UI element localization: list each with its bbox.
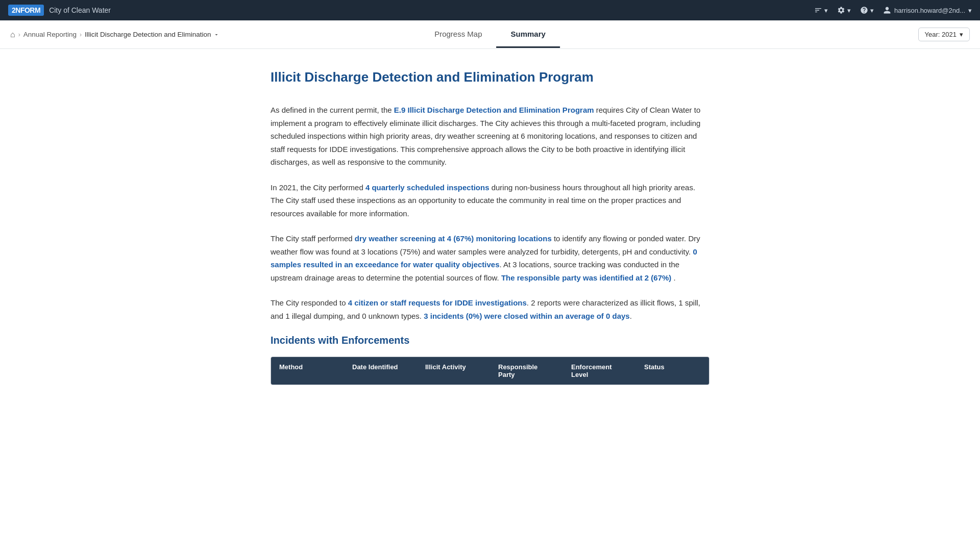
breadcrumb: ⌂ › Annual Reporting › Illicit Discharge…: [10, 30, 219, 39]
top-bar-right: ▾ ▾ ▾ harrison.howard@2nd... ▾: [814, 6, 972, 14]
dry-plain-start: The City staff performed: [271, 234, 355, 243]
tab-summary[interactable]: Summary: [497, 21, 560, 48]
citizen-plain-end: .: [630, 312, 632, 320]
year-chevron: ▾: [960, 31, 963, 38]
col-method: Method: [271, 357, 344, 385]
dry-highlight-3: The responsible party was identified at …: [501, 273, 671, 282]
settings-chevron: ▾: [847, 7, 851, 14]
citizen-highlight-2: 3 incidents (0%) were closed within an a…: [424, 312, 629, 320]
intro-plain-start: As defined in the current permit, the: [271, 106, 394, 114]
col-date: Date Identified: [344, 357, 417, 385]
page-title: Illicit Discharge Detection and Eliminat…: [271, 69, 709, 85]
breadcrumb-annual-reporting[interactable]: Annual Reporting: [23, 31, 77, 38]
citizen-highlight-1: 4 citizen or staff requests for IDDE inv…: [348, 298, 527, 307]
col-status: Status: [636, 357, 709, 385]
breadcrumb-sep-1: ›: [18, 31, 20, 38]
incidents-table: Method Date Identified Illicit Activity …: [271, 357, 709, 385]
help-icon: [860, 6, 868, 14]
tab-progress-map[interactable]: Progress Map: [420, 21, 496, 48]
help-control[interactable]: ▾: [860, 6, 874, 14]
home-icon[interactable]: ⌂: [10, 30, 15, 39]
top-bar-left: 2NFORM City of Clean Water: [8, 5, 111, 16]
app-title: City of Clean Water: [49, 6, 111, 14]
incidents-heading: Incidents with Enforcements: [271, 335, 709, 346]
user-label: harrison.howard@2nd...: [894, 7, 965, 14]
intro-plain-end: requires City of Clean Water to implemen…: [271, 106, 700, 166]
nav-bar: ⌂ › Annual Reporting › Illicit Discharge…: [0, 20, 980, 49]
citizen-paragraph: The City responded to 4 citizen or staff…: [271, 296, 709, 322]
user-icon: [883, 6, 891, 14]
main-content: Illicit Discharge Detection and Eliminat…: [260, 49, 720, 416]
breadcrumb-dropdown-icon[interactable]: [213, 32, 219, 38]
breadcrumb-current-label: Illicit Discharge Detection and Eliminat…: [85, 31, 211, 38]
settings-control[interactable]: ▾: [837, 6, 851, 14]
user-menu[interactable]: harrison.howard@2nd... ▾: [883, 6, 972, 14]
dry-highlight-1: dry weather screening at 4 (67%) monitor…: [355, 234, 552, 243]
dry-plain-end2: .: [671, 273, 675, 282]
breadcrumb-sep-2: ›: [80, 31, 82, 38]
top-bar: 2NFORM City of Clean Water ▾ ▾ ▾ harriso…: [0, 0, 980, 20]
sort-chevron: ▾: [824, 7, 828, 14]
quarterly-plain-start: In 2021, the City performed: [271, 183, 365, 192]
sort-control[interactable]: ▾: [814, 6, 828, 14]
col-party: Responsible Party: [490, 357, 563, 385]
nav-bar-wrapper: ⌂ › Annual Reporting › Illicit Discharge…: [0, 20, 980, 49]
logo-text: 2NFORM: [12, 6, 40, 14]
help-chevron: ▾: [870, 7, 874, 14]
intro-paragraph: As defined in the current permit, the E.…: [271, 104, 709, 169]
col-activity: Illicit Activity: [417, 357, 490, 385]
year-selector[interactable]: Year: 2021 ▾: [918, 28, 970, 41]
dry-weather-paragraph: The City staff performed dry weather scr…: [271, 232, 709, 284]
quarterly-highlight: 4 quarterly scheduled inspections: [365, 183, 489, 192]
intro-highlight: E.9 Illicit Discharge Detection and Elim…: [394, 106, 594, 114]
sort-icon: [814, 6, 822, 14]
user-chevron: ▾: [968, 7, 972, 14]
year-label: Year: 2021: [925, 31, 957, 38]
quarterly-paragraph: In 2021, the City performed 4 quarterly …: [271, 181, 709, 220]
table-header: Method Date Identified Illicit Activity …: [271, 357, 709, 385]
logo-badge: 2NFORM: [8, 5, 44, 16]
settings-icon: [837, 6, 845, 14]
breadcrumb-current: Illicit Discharge Detection and Eliminat…: [85, 31, 219, 38]
col-enforcement: Enforcement Level: [563, 357, 636, 385]
citizen-plain-start: The City responded to: [271, 298, 348, 307]
tab-bar: Progress Map Summary: [420, 21, 560, 48]
